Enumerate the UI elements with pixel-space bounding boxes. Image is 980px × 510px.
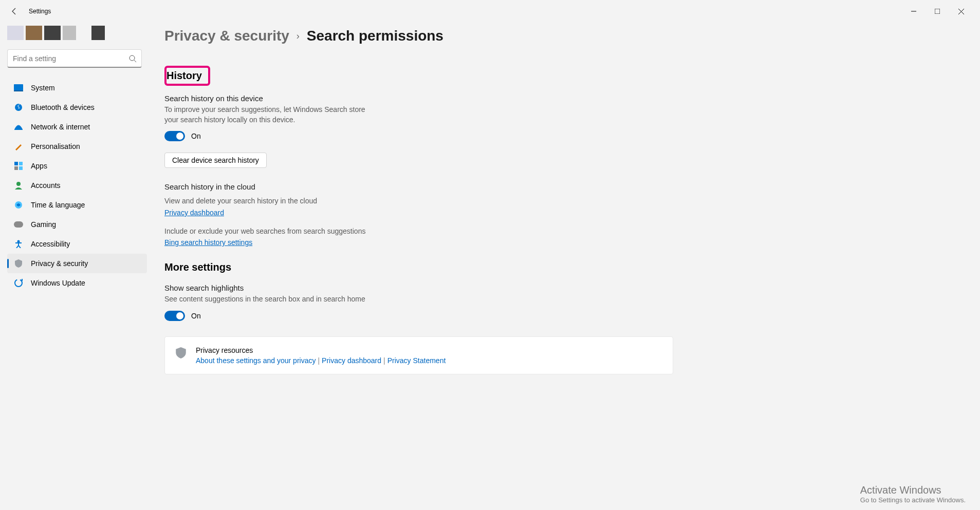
include-exclude-desc: Include or exclude your web searches fro… bbox=[164, 226, 964, 237]
nav-system[interactable]: System bbox=[7, 78, 147, 98]
highlight-box: History bbox=[164, 66, 210, 86]
nav-label: Accessibility bbox=[31, 240, 70, 248]
maximize-icon bbox=[935, 9, 940, 14]
watermark-line2: Go to Settings to activate Windows. bbox=[860, 496, 966, 504]
window-controls bbox=[902, 3, 973, 20]
nav-network[interactable]: Network & internet bbox=[7, 117, 147, 137]
update-icon bbox=[13, 278, 24, 288]
nav-label: Windows Update bbox=[31, 279, 85, 287]
svg-rect-7 bbox=[14, 90, 23, 91]
separator: | bbox=[383, 356, 385, 365]
watermark-line1: Activate Windows bbox=[860, 484, 966, 496]
svg-rect-9 bbox=[14, 162, 18, 165]
nav-label: Accounts bbox=[31, 181, 61, 190]
search-input[interactable] bbox=[13, 54, 129, 63]
privacy-resources-card: Privacy resources About these settings a… bbox=[164, 336, 673, 374]
titlebar: Settings bbox=[0, 0, 980, 23]
device-history-toggle-label: On bbox=[191, 132, 201, 140]
highlights-toggle-label: On bbox=[191, 312, 201, 320]
more-settings-heading: More settings bbox=[164, 261, 964, 273]
breadcrumb-current: Search permissions bbox=[307, 28, 443, 44]
device-history-toggle[interactable] bbox=[164, 131, 185, 141]
nav-accounts[interactable]: Accounts bbox=[7, 176, 147, 195]
nav-label: Network & internet bbox=[31, 123, 90, 131]
main-content: Privacy & security › Search permissions … bbox=[154, 23, 980, 510]
svg-rect-15 bbox=[14, 221, 23, 228]
svg-rect-12 bbox=[19, 166, 23, 170]
privacy-dashboard-link[interactable]: Privacy dashboard bbox=[164, 209, 224, 217]
resources-link-dashboard[interactable]: Privacy dashboard bbox=[322, 356, 381, 365]
nav-label: Personalisation bbox=[31, 142, 80, 150]
nav-accessibility[interactable]: Accessibility bbox=[7, 234, 147, 254]
svg-rect-6 bbox=[14, 84, 23, 90]
highlights-block: Show search highlights See content sugge… bbox=[164, 284, 964, 321]
time-icon bbox=[13, 200, 24, 210]
svg-rect-11 bbox=[14, 166, 18, 170]
search-icon bbox=[129, 55, 136, 62]
accessibility-icon bbox=[13, 239, 24, 249]
network-icon bbox=[13, 122, 24, 132]
nav-label: Apps bbox=[31, 162, 47, 170]
cloud-history-block: Search history in the cloud View and del… bbox=[164, 182, 964, 247]
resources-link-about[interactable]: About these settings and your privacy bbox=[196, 356, 316, 365]
highlights-toggle[interactable] bbox=[164, 311, 185, 321]
app-title: Settings bbox=[29, 8, 51, 15]
nav-label: Time & language bbox=[31, 201, 85, 209]
history-heading: History bbox=[167, 70, 202, 82]
cloud-history-title: Search history in the cloud bbox=[164, 182, 964, 191]
nav-personalisation[interactable]: Personalisation bbox=[7, 137, 147, 156]
clear-history-button[interactable]: Clear device search history bbox=[164, 153, 267, 168]
nav-privacy[interactable]: Privacy & security bbox=[7, 254, 147, 273]
device-history-title: Search history on this device bbox=[164, 94, 964, 103]
svg-rect-1 bbox=[935, 9, 940, 14]
arrow-left-icon bbox=[10, 7, 19, 15]
shield-icon bbox=[175, 347, 187, 358]
breadcrumb: Privacy & security › Search permissions bbox=[164, 28, 964, 44]
svg-point-16 bbox=[17, 240, 20, 243]
back-button[interactable] bbox=[7, 4, 22, 18]
user-account-area[interactable] bbox=[7, 23, 147, 49]
apps-icon bbox=[13, 161, 24, 171]
resources-link-statement[interactable]: Privacy Statement bbox=[387, 356, 446, 365]
search-input-container[interactable] bbox=[7, 49, 142, 68]
svg-line-5 bbox=[134, 60, 136, 62]
cloud-history-desc: View and delete your search history in t… bbox=[164, 196, 380, 206]
system-icon bbox=[13, 83, 24, 93]
chevron-right-icon: › bbox=[297, 31, 300, 42]
highlights-desc: See content suggestions in the search bo… bbox=[164, 294, 964, 305]
bing-history-link[interactable]: Bing search history settings bbox=[164, 238, 252, 247]
nav-time[interactable]: Time & language bbox=[7, 195, 147, 215]
privacy-icon bbox=[13, 258, 24, 269]
breadcrumb-parent[interactable]: Privacy & security bbox=[164, 28, 289, 44]
accounts-icon bbox=[13, 180, 24, 191]
nav-label: Bluetooth & devices bbox=[31, 103, 95, 111]
activation-watermark: Activate Windows Go to Settings to activ… bbox=[860, 484, 966, 504]
close-icon bbox=[958, 9, 964, 14]
minimize-button[interactable] bbox=[902, 3, 926, 20]
maximize-button[interactable] bbox=[926, 3, 949, 20]
personalisation-icon bbox=[13, 141, 24, 152]
nav-list: System Bluetooth & devices Network & int… bbox=[7, 78, 147, 293]
nav-label: Gaming bbox=[31, 220, 56, 229]
resources-title: Privacy resources bbox=[196, 346, 446, 354]
sidebar: System Bluetooth & devices Network & int… bbox=[0, 23, 154, 510]
nav-bluetooth[interactable]: Bluetooth & devices bbox=[7, 98, 147, 117]
close-button[interactable] bbox=[949, 3, 973, 20]
bluetooth-icon bbox=[13, 102, 24, 112]
nav-label: System bbox=[31, 84, 55, 92]
device-history-block: Search history on this device To improve… bbox=[164, 94, 964, 168]
svg-point-4 bbox=[130, 55, 135, 61]
minimize-icon bbox=[911, 9, 916, 14]
nav-apps[interactable]: Apps bbox=[7, 156, 147, 176]
highlights-title: Show search highlights bbox=[164, 284, 964, 292]
device-history-desc: To improve your search suggestions, let … bbox=[164, 105, 380, 125]
nav-gaming[interactable]: Gaming bbox=[7, 215, 147, 234]
separator: | bbox=[318, 356, 320, 365]
gaming-icon bbox=[13, 219, 24, 230]
nav-update[interactable]: Windows Update bbox=[7, 273, 147, 293]
svg-point-13 bbox=[16, 182, 21, 186]
svg-rect-10 bbox=[19, 162, 23, 165]
nav-label: Privacy & security bbox=[31, 259, 88, 268]
